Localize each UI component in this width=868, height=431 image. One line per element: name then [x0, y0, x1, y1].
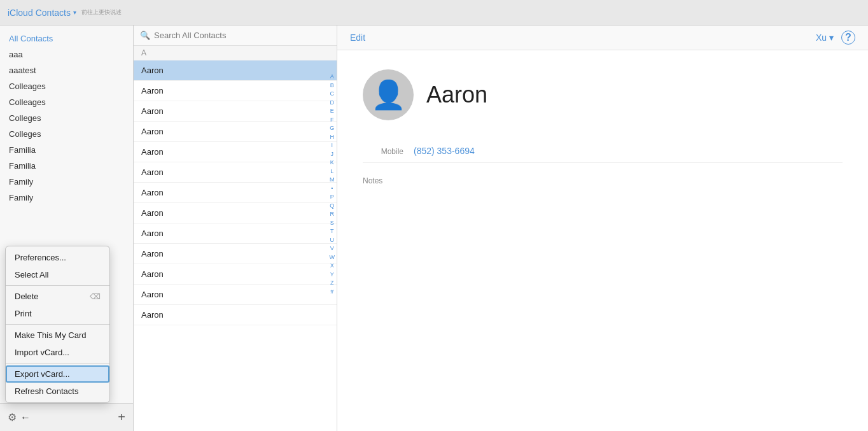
alpha-index-S[interactable]: S: [328, 219, 336, 228]
alpha-index-J[interactable]: J: [329, 150, 336, 159]
alpha-index-K[interactable]: K: [328, 159, 336, 167]
sidebar-item-colleages2[interactable]: Colleages: [0, 94, 133, 110]
alpha-index-V[interactable]: V: [328, 244, 336, 253]
alpha-index-H[interactable]: H: [328, 133, 337, 142]
alpha-index-G[interactable]: G: [328, 124, 336, 133]
alpha-index-Z[interactable]: Z: [328, 279, 336, 288]
contact-name: Aaron: [426, 81, 487, 108]
alpha-index-I[interactable]: I: [329, 141, 335, 150]
alpha-index-C[interactable]: C: [328, 90, 337, 99]
menu-item-make-this-my-card[interactable]: Make This My Card: [6, 327, 109, 344]
gear-button[interactable]: ⚙: [8, 411, 17, 423]
sidebar-bottom: ⚙ ← +: [0, 403, 133, 431]
menu-item-label-export-vcard: Export vCard...: [15, 369, 70, 379]
sidebar-item-familia1[interactable]: Familia: [0, 142, 133, 158]
sidebar-item-all-contacts[interactable]: All Contacts: [0, 31, 133, 46]
alpha-index-#[interactable]: #: [328, 288, 335, 297]
arrow-icon: ←: [20, 412, 31, 423]
alpha-index-R[interactable]: R: [328, 210, 337, 219]
alpha-index-P[interactable]: P: [328, 193, 336, 202]
contacts-label[interactable]: Contacts: [36, 8, 71, 18]
detail-panel: Edit Xu ▾ ? 👤 Aaron Mobile (852) 353-669…: [337, 25, 868, 431]
alpha-index-B[interactable]: B: [328, 81, 336, 90]
sidebar-item-family2[interactable]: Family: [0, 190, 133, 206]
menu-item-label-select-all: Select All: [15, 270, 48, 279]
menu-item-export-vcard[interactable]: Export vCard...: [6, 365, 109, 383]
alpha-index-Q[interactable]: Q: [328, 202, 336, 211]
menu-item-label-print: Print: [15, 309, 32, 318]
menu-item-import-vcard[interactable]: Import vCard...: [6, 344, 109, 361]
contact-item[interactable]: Aaron: [134, 223, 337, 244]
phone-label: Mobile: [363, 146, 414, 156]
contact-item[interactable]: Aaron: [134, 244, 337, 264]
menu-item-label-make-this-my-card: Make This My Card: [15, 330, 86, 340]
contact-item[interactable]: Aaron: [134, 142, 337, 162]
search-bar: 🔍: [134, 25, 337, 46]
alpha-index-•[interactable]: •: [329, 185, 335, 194]
brand: iCloud Contacts ▾: [8, 8, 76, 18]
menu-item-select-all[interactable]: Select All: [6, 266, 109, 283]
alpha-index-T[interactable]: T: [328, 227, 336, 236]
menu-item-refresh-contacts[interactable]: Refresh Contacts: [6, 383, 109, 400]
contact-item[interactable]: Aaron: [134, 183, 337, 203]
top-bar-subtitle: 前往上更快说述: [81, 8, 122, 17]
sidebar-item-familia2[interactable]: Familia: [0, 158, 133, 174]
avatar-icon: 👤: [371, 78, 406, 111]
sidebar-item-colleges2[interactable]: Colleges: [0, 126, 133, 142]
menu-item-label-preferences: Preferences...: [15, 253, 66, 262]
contact-item[interactable]: Aaron: [134, 285, 337, 305]
sidebar: All ContactsaaaaaatestColleagesColleages…: [0, 25, 134, 431]
menu-item-preferences[interactable]: Preferences...: [6, 249, 109, 266]
sidebar-item-aaa[interactable]: aaa: [0, 46, 133, 62]
contact-item[interactable]: Aaron: [134, 162, 337, 183]
detail-header-right: Xu ▾ ?: [816, 31, 855, 45]
add-contact-button[interactable]: +: [118, 410, 125, 425]
sidebar-item-family1[interactable]: Family: [0, 174, 133, 190]
menu-item-print[interactable]: Print: [6, 305, 109, 322]
menu-shortcut-delete: ⌫: [90, 292, 101, 301]
detail-content: 👤 Aaron Mobile (852) 353-6694 Notes: [337, 50, 868, 431]
help-button[interactable]: ?: [841, 31, 855, 45]
alpha-index: ABCDEFGHIJKLM•PQRSTUVWXYZ#: [328, 71, 337, 297]
alpha-index-L[interactable]: L: [328, 167, 335, 176]
top-bar: iCloud Contacts ▾ 前往上更快说述: [0, 0, 868, 25]
alpha-index-F[interactable]: F: [328, 116, 336, 125]
contact-item[interactable]: Aaron: [134, 101, 337, 122]
avatar: 👤: [363, 69, 414, 120]
contact-item[interactable]: Aaron: [134, 122, 337, 142]
menu-item-label-delete: Delete: [15, 292, 39, 301]
search-input[interactable]: [154, 31, 330, 40]
alpha-index-X[interactable]: X: [328, 262, 336, 271]
search-icon: 🔍: [140, 31, 150, 40]
alpha-index-U[interactable]: U: [328, 236, 337, 245]
edit-button[interactable]: Edit: [350, 32, 365, 43]
alpha-index-E[interactable]: E: [328, 107, 336, 116]
menu-item-delete[interactable]: Delete⌫: [6, 288, 109, 305]
phone-field-row: Mobile (852) 353-6694: [363, 139, 843, 163]
phone-value: (852) 353-6694: [414, 146, 475, 156]
sidebar-item-aaatest[interactable]: aaatest: [0, 62, 133, 78]
notes-section: Notes: [363, 167, 843, 186]
menu-item-label-import-vcard: Import vCard...: [15, 348, 69, 357]
alpha-index-W[interactable]: W: [328, 253, 337, 262]
contact-list: ABCDEFGHIJKLM•PQRSTUVWXYZ# AAaronAaronAa…: [134, 46, 337, 431]
contact-list-panel: 🔍 ABCDEFGHIJKLM•PQRSTUVWXYZ# AAaronAaron…: [134, 25, 337, 431]
main-layout: All ContactsaaaaaatestColleagesColleages…: [0, 25, 868, 431]
contact-group-header-a: A: [134, 46, 337, 60]
sidebar-item-colleages1[interactable]: Colleages: [0, 78, 133, 94]
context-menu: Preferences...Select AllDelete⌫PrintMake…: [5, 246, 110, 403]
contact-item[interactable]: Aaron: [134, 203, 337, 223]
menu-item-label-refresh-contacts: Refresh Contacts: [15, 386, 78, 396]
contacts-dropdown-arrow[interactable]: ▾: [73, 9, 76, 16]
alpha-index-A[interactable]: A: [328, 73, 336, 81]
contact-item[interactable]: Aaron: [134, 305, 337, 325]
alpha-index-Y[interactable]: Y: [328, 271, 336, 279]
alpha-index-M[interactable]: M: [328, 176, 337, 185]
contact-hero: 👤 Aaron: [363, 69, 843, 120]
contact-item[interactable]: Aaron: [134, 60, 337, 81]
contact-item[interactable]: Aaron: [134, 81, 337, 101]
alpha-index-D[interactable]: D: [328, 99, 337, 108]
contact-item[interactable]: Aaron: [134, 264, 337, 285]
icloud-label: iCloud: [8, 8, 33, 18]
sidebar-item-colleges1[interactable]: Colleges: [0, 110, 133, 126]
